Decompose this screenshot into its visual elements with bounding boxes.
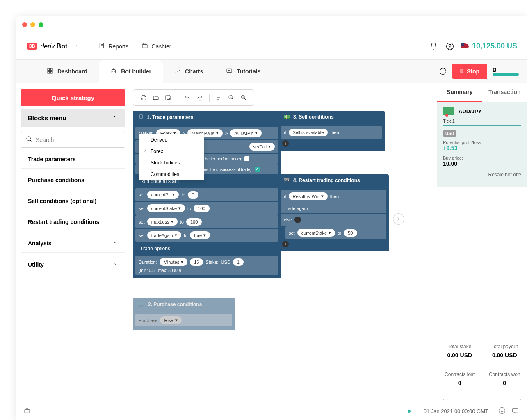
set-tradeagain[interactable]: set tradeAgain ▾ to true ▾: [135, 229, 278, 242]
connection-status-icon: [408, 410, 411, 413]
svg-point-36: [499, 408, 505, 414]
svg-line-22: [30, 140, 31, 141]
svg-rect-6: [48, 68, 50, 71]
nav-reports[interactable]: Reports: [98, 42, 128, 50]
stop-button[interactable]: Stop: [452, 64, 487, 79]
tradetype-pill[interactable]: se/Fall ▾: [249, 143, 275, 151]
pl-value: +9.53: [443, 145, 521, 151]
blocks-menu-header[interactable]: Blocks menu: [21, 109, 125, 127]
account-balance[interactable]: 10,125.00 US: [461, 42, 517, 50]
sidebar-item-analysis[interactable]: Analysis: [21, 234, 125, 253]
info-icon[interactable]: [439, 67, 447, 75]
mac-minimize[interactable]: [30, 22, 35, 27]
add-step-icon[interactable]: +: [282, 140, 289, 147]
dropdown-stock[interactable]: Stock Indices: [139, 157, 204, 169]
notifications-icon[interactable]: [429, 42, 438, 50]
tab-bot-builder-label: Bot builder: [121, 68, 151, 75]
purchase-row[interactable]: Purchase Rise ▾: [135, 314, 232, 326]
tab-bot-builder[interactable]: Bot builder: [99, 60, 163, 83]
svg-point-12: [114, 71, 114, 71]
app-logo[interactable]: DB deriv Bot: [27, 43, 79, 50]
trade-options-header: Trade options:: [135, 242, 278, 255]
set-currentpl[interactable]: set currentPL ▾ to 0: [135, 188, 278, 201]
else-set-row[interactable]: set currentStake ▾ to 50: [285, 226, 386, 239]
market-dropdown: Derived Forex Stock Indices Commodities: [139, 134, 204, 180]
dropdown-commodities[interactable]: Commodities: [139, 169, 204, 180]
block-purchase-conditions[interactable]: 🛒 2. Purchase conditions Purchase Rise ▾: [133, 298, 235, 330]
main-tabs: Dashboard Bot builder Charts Tutorials S…: [16, 60, 527, 83]
charts-icon: [174, 68, 181, 75]
chevron-down-icon[interactable]: [73, 43, 79, 50]
tab-summary[interactable]: Summary: [437, 83, 482, 102]
undo-icon[interactable]: [182, 92, 193, 103]
pl-label: Potential profit/loss:: [443, 140, 521, 145]
run-prefix: B: [489, 67, 500, 73]
stat-total-stake: Total stake 0.00 USD: [437, 337, 482, 365]
trade-again-row[interactable]: Trade again: [281, 203, 386, 213]
search-input[interactable]: [36, 137, 120, 143]
dropdown-derived[interactable]: Derived: [139, 134, 204, 146]
chat-icon[interactable]: [511, 407, 519, 415]
profile-icon[interactable]: [446, 42, 454, 50]
briefcase-icon[interactable]: [24, 407, 30, 415]
dropdown-forex[interactable]: Forex: [139, 146, 204, 157]
set-maxloss[interactable]: set maxLoss ▾ to 100: [135, 215, 278, 228]
tab-charts[interactable]: Charts: [163, 60, 214, 83]
svg-point-21: [27, 137, 30, 140]
sell-if-row[interactable]: if Sell is available then: [281, 126, 382, 139]
tick-progress: [443, 125, 521, 126]
zoom-out-icon[interactable]: [226, 92, 237, 103]
sort-icon[interactable]: [214, 92, 224, 103]
tab-tutorials-label: Tutorials: [237, 68, 260, 75]
set-currentstake[interactable]: set currentStake ▾ to 100: [135, 202, 278, 215]
stat-contracts-won: Contracts won 0: [482, 365, 527, 393]
quick-strategy-button[interactable]: Quick strategy: [21, 89, 125, 106]
whatsapp-icon[interactable]: [498, 407, 506, 415]
refresh-icon[interactable]: [138, 92, 149, 103]
canvas-area: 1. Trade parameters Market: Forex ▾ > Ma…: [130, 83, 437, 420]
bot-icon: [110, 68, 117, 75]
restart-last-checkbox[interactable]: ✓: [255, 167, 260, 172]
mac-close[interactable]: [22, 22, 27, 27]
restart-buy-checkbox[interactable]: [244, 156, 249, 161]
resale-text: Resale not offe: [443, 167, 521, 182]
mac-maximize[interactable]: [39, 22, 43, 27]
sidebar-item-analysis-label: Analysis: [28, 240, 52, 247]
stat-total-payout: Total payout 0.00 USD: [482, 337, 527, 365]
sidebar-item-purchase-cond[interactable]: Purchase conditions: [21, 171, 125, 189]
tab-dashboard[interactable]: Dashboard: [35, 60, 99, 83]
save-icon[interactable]: [163, 92, 173, 103]
folder-open-icon[interactable]: [151, 92, 161, 103]
remove-icon[interactable]: −: [294, 217, 301, 223]
sidebar-item-trade-params[interactable]: Trade parameters: [21, 150, 125, 169]
sidebar-item-restart-cond[interactable]: Restart trading conditions: [21, 213, 125, 231]
add-step-icon[interactable]: +: [282, 241, 289, 247]
logo-text: deriv Bot: [40, 43, 67, 50]
app-header: DB deriv Bot Reports Cashier 10,125.00 U…: [16, 33, 527, 60]
sidebar-item-sell-cond[interactable]: Sell conditions (optional): [21, 192, 125, 210]
duration-row[interactable]: Duration: Minutes ▾ 15 Stake: USD 1 (min…: [135, 256, 278, 275]
dashboard-icon: [47, 68, 53, 75]
blocks-canvas[interactable]: 1. Trade parameters Market: Forex ▾ > Ma…: [130, 111, 437, 420]
if-result-row[interactable]: if Result is Win ▾ then: [281, 190, 386, 203]
block-restart-conditions[interactable]: 🏁 4. Restart trading conditions if Resul…: [278, 174, 389, 251]
summary-tabs: Summary Transaction: [437, 83, 527, 102]
zoom-in-icon[interactable]: [238, 92, 249, 103]
redo-icon[interactable]: [194, 92, 205, 103]
svg-rect-7: [50, 68, 52, 71]
expand-panel-button[interactable]: [393, 213, 404, 225]
else-row[interactable]: else −: [281, 214, 386, 226]
sidebar-item-utility[interactable]: Utility: [21, 255, 125, 274]
reports-icon: [98, 42, 105, 50]
buy-price-value: 10.00: [443, 160, 521, 167]
block-sell-conditions[interactable]: 💵 3. Sell conditions if Sell is availabl…: [278, 111, 385, 151]
balance-value: 10,125.00 US: [472, 42, 517, 50]
chevron-down-icon: [112, 240, 118, 247]
tab-transactions[interactable]: Transaction: [482, 83, 527, 102]
summary-panel: Summary Transaction AUD/JPY Tick 1 USD P…: [437, 83, 527, 420]
market-level-3[interactable]: AUD/JPY ▾: [230, 129, 261, 137]
nav-cashier[interactable]: Cashier: [141, 42, 171, 50]
tab-tutorials[interactable]: Tutorials: [214, 60, 272, 83]
search-icon: [26, 136, 32, 144]
search-box[interactable]: [21, 132, 125, 148]
